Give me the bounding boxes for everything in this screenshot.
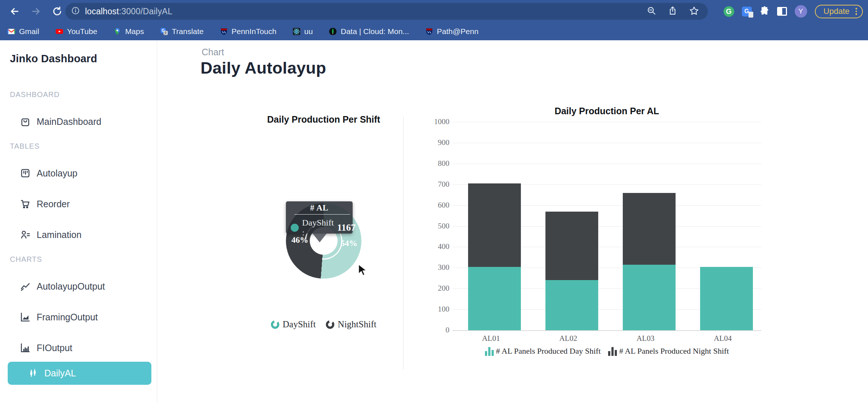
sidebar-item-reorder[interactable]: Reorder xyxy=(0,196,152,212)
legend-label: NightShift xyxy=(338,319,376,330)
legend-label: DayShift xyxy=(283,319,316,330)
cart-icon xyxy=(19,198,32,210)
kanban-icon xyxy=(19,167,32,179)
bookmark-label: Path@Penn xyxy=(437,27,479,36)
y-axis-tick-1000: 1000 xyxy=(414,117,449,126)
url-text: localhost:3000/DailyAL xyxy=(85,7,172,16)
sidebar-section-dashboard: DASHBOARD xyxy=(10,90,157,99)
candlestick-icon xyxy=(27,367,39,380)
browser-window: localhost:3000/DailyAL G G Y xyxy=(0,0,868,402)
extensions-puzzle-icon[interactable] xyxy=(760,6,769,17)
tooltip-value: 1167 xyxy=(337,222,356,233)
bookmark-label: uu xyxy=(304,27,313,36)
mouse-cursor xyxy=(357,264,369,278)
reload-button[interactable] xyxy=(51,5,64,18)
toolbar-extensions-area: G G Y Update xyxy=(724,0,863,23)
legend-bars-marker xyxy=(608,346,617,356)
bookmark-translate[interactable]: G文 Translate xyxy=(160,27,204,36)
side-panel-icon[interactable] xyxy=(777,7,787,16)
bookmark-label: YouTube xyxy=(67,27,98,36)
legend-bars-marker xyxy=(485,346,494,356)
bookmark-data-cloud-mon-[interactable]: Data | Cloud: Mon... xyxy=(329,27,409,36)
share-icon[interactable] xyxy=(668,6,677,17)
bar-al02-day-segment[interactable] xyxy=(545,280,598,330)
bag-icon xyxy=(19,115,32,128)
tooltip-pointer xyxy=(313,234,327,242)
tooltip-divider xyxy=(294,214,350,215)
y-axis-tick-900: 900 xyxy=(414,138,449,147)
forward-button[interactable] xyxy=(29,5,43,18)
y-axis-tick-300: 300 xyxy=(414,263,449,272)
bar-chart-x-labels: AL01AL02AL03AL04 xyxy=(452,334,761,345)
gmail-icon xyxy=(7,27,15,36)
bookmark-gmail[interactable]: Gmail xyxy=(7,27,39,36)
address-bar[interactable]: localhost:3000/DailyAL xyxy=(65,3,708,20)
sidebar-item-maindashboard[interactable]: MainDashboard xyxy=(0,113,152,130)
area-chart-icon xyxy=(19,311,32,323)
y-axis-tick-100: 100 xyxy=(414,305,449,314)
y-axis-tick-200: 200 xyxy=(414,284,449,293)
page-title: Daily Autolayup xyxy=(201,59,326,78)
sidebar-item-autolayup[interactable]: Autolayup xyxy=(0,165,152,181)
x-axis-label-al03: AL03 xyxy=(607,334,684,343)
bar-legend-item-night-shift[interactable]: # AL Panels Produced Night Shift xyxy=(608,346,729,356)
legend-donut-marker xyxy=(271,320,279,329)
penn-shield-icon xyxy=(220,27,228,36)
sidebar-item-dailyal[interactable]: DailyAL xyxy=(8,362,151,385)
bar-legend-item-day-shift[interactable]: # AL Panels Produced Day Shift xyxy=(485,346,601,356)
pie-legend-item-nightshift[interactable]: NightShift xyxy=(326,319,376,330)
bookmark-youtube[interactable]: YouTube xyxy=(55,27,98,36)
bar-al01-day-segment[interactable] xyxy=(468,267,521,331)
update-label: Update xyxy=(824,7,850,16)
browser-menu-icon[interactable] xyxy=(856,8,857,15)
y-axis-tick-0: 0 xyxy=(414,325,449,335)
line-chart-icon xyxy=(19,280,32,293)
site-info-icon[interactable] xyxy=(71,6,80,16)
charts-divider xyxy=(403,116,404,370)
bookmark-maps[interactable]: Maps xyxy=(113,27,144,36)
bookmark-star-icon[interactable] xyxy=(689,6,699,17)
translate-extension-icon[interactable]: G xyxy=(742,7,752,16)
sidebar-item-framingoutput[interactable]: FramingOutput xyxy=(0,309,152,325)
bar-chart-title: Daily Production Per AL xyxy=(452,106,761,116)
y-axis-tick-700: 700 xyxy=(414,180,449,189)
zoom-page-icon[interactable] xyxy=(647,6,656,17)
back-button[interactable] xyxy=(8,5,21,18)
x-axis-label-al02: AL02 xyxy=(530,334,607,343)
browser-toolbar: localhost:3000/DailyAL G G Y xyxy=(0,0,868,23)
profile-avatar[interactable]: Y xyxy=(795,5,807,18)
bookmark-pennintouch[interactable]: PennInTouch xyxy=(220,27,277,36)
bar-al03-day-segment[interactable] xyxy=(623,265,676,330)
user-list-icon xyxy=(19,228,32,241)
sidebar-item-label: AutolayupOutput xyxy=(37,281,105,292)
pie-legend-item-dayshift[interactable]: DayShift xyxy=(271,319,316,330)
x-axis-label-al01: AL01 xyxy=(452,334,530,343)
translate-icon: G文 xyxy=(160,27,168,36)
pie-tooltip: # AL DayShift : 1167 xyxy=(286,201,353,234)
legend-donut-marker xyxy=(326,320,334,329)
sidebar-item-label: FramingOutput xyxy=(37,312,98,323)
sidebar-item-autolayupoutput[interactable]: AutolayupOutput xyxy=(0,278,152,294)
y-axis-tick-400: 400 xyxy=(414,242,449,251)
grammarly-extension-icon[interactable]: G xyxy=(724,6,734,17)
bookmark-label: Data | Cloud: Mon... xyxy=(341,27,409,36)
legend-label: # AL Panels Produced Day Shift xyxy=(496,346,601,356)
bar-al01-night-segment[interactable] xyxy=(468,183,521,267)
y-axis-tick-600: 600 xyxy=(414,201,449,210)
bar-al04-day-segment[interactable] xyxy=(700,267,753,331)
sidebar-item-label: Reorder xyxy=(37,199,70,209)
sidebar-item-label: Autolayup xyxy=(37,168,77,179)
sidebar-item-lamination[interactable]: Lamination xyxy=(0,227,152,243)
bookmark-path-penn[interactable]: Path@Penn xyxy=(425,27,479,36)
gridline-900 xyxy=(452,143,761,143)
sidebar-item-fioutput[interactable]: FIOutput xyxy=(0,340,152,356)
update-button[interactable]: Update xyxy=(815,5,863,18)
bookmark-uu[interactable]: uu xyxy=(293,27,313,36)
youtube-icon xyxy=(55,27,63,36)
bar-al03-night-segment[interactable] xyxy=(623,193,676,265)
gridline-1000 xyxy=(452,122,761,122)
sidebar-section-tables: TABLES xyxy=(10,142,157,150)
bookmark-label: PennInTouch xyxy=(232,27,277,36)
y-axis-tick-500: 500 xyxy=(414,222,449,231)
bar-al02-night-segment[interactable] xyxy=(545,212,598,280)
